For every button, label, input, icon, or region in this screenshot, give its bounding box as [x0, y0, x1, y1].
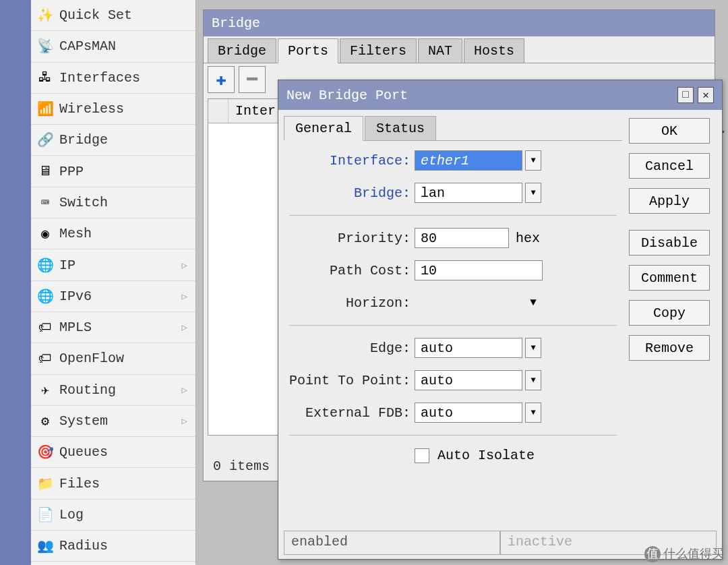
- sidebar-item-label: Queues: [59, 444, 195, 460]
- list-col-blank[interactable]: [208, 99, 229, 123]
- copy-button[interactable]: Copy: [629, 300, 710, 326]
- edge-field[interactable]: [415, 338, 522, 358]
- priority-suffix: hex: [516, 231, 540, 246]
- sidebar-item-label: Routing: [59, 382, 182, 398]
- chevron-right-icon: ▷: [182, 322, 187, 333]
- maximize-button[interactable]: □: [677, 87, 694, 103]
- extfdb-field[interactable]: [415, 403, 522, 423]
- sidebar-item-quickset[interactable]: ✨Quick Set: [31, 0, 195, 31]
- dialog-title: New Bridge Port: [286, 88, 673, 103]
- cancel-button[interactable]: Cancel: [629, 153, 710, 179]
- sidebar-item-label: Switch: [59, 195, 195, 210]
- bridge-field[interactable]: [415, 183, 522, 203]
- new-bridge-port-dialog: New Bridge Port □ ✕ General Status Inter…: [278, 80, 723, 560]
- wand-icon: ✨: [35, 5, 55, 26]
- tab-general[interactable]: General: [284, 116, 363, 141]
- sidebar-item-mpls[interactable]: 🏷MPLS▷: [31, 312, 195, 343]
- pathcost-field[interactable]: [415, 260, 543, 280]
- sidebar-item-radius[interactable]: 👥Radius: [31, 531, 195, 562]
- sidebar-item-label: Bridge: [59, 132, 195, 148]
- sidebar-item-routing[interactable]: ✈Routing▷: [31, 375, 195, 406]
- window-title: Bridge: [204, 10, 715, 36]
- ok-button[interactable]: OK: [629, 118, 710, 144]
- ptp-dropdown[interactable]: ▼: [525, 370, 541, 390]
- bridge-dropdown[interactable]: ▼: [525, 183, 541, 203]
- tab-bridge[interactable]: Bridge: [208, 38, 276, 63]
- horizon-field[interactable]: [415, 293, 522, 313]
- label-ptp: Point To Point:: [286, 373, 415, 388]
- sidebar-item-bridge[interactable]: 🔗Bridge: [31, 125, 195, 156]
- ppp-icon: 🖥: [35, 161, 55, 181]
- tab-hosts[interactable]: Hosts: [464, 38, 524, 63]
- dialog-buttons: OK Cancel Apply Disable Comment Copy Rem…: [622, 114, 717, 475]
- sidebar-item-ipv6[interactable]: 🌐IPv6▷: [31, 281, 195, 312]
- sidebar-item-openflow[interactable]: 🏷OpenFlow: [31, 343, 195, 374]
- sidebar-item-label: CAPsMAN: [59, 38, 195, 54]
- sidebar-item-label: Radius: [59, 538, 195, 554]
- dialog-titlebar[interactable]: New Bridge Port □ ✕: [278, 80, 722, 110]
- users-icon: 👥: [35, 536, 55, 556]
- priority-field[interactable]: [415, 228, 509, 248]
- sidebar-item-ip[interactable]: 🌐IP▷: [31, 249, 195, 280]
- extfdb-dropdown[interactable]: ▼: [525, 403, 541, 423]
- label-edge: Edge:: [286, 340, 415, 356]
- edge-dropdown[interactable]: ▼: [525, 338, 541, 358]
- sidebar-item-label: OpenFlow: [59, 351, 195, 366]
- list-col-interface[interactable]: Inter: [229, 99, 283, 123]
- apply-button[interactable]: Apply: [629, 188, 710, 214]
- sidebar-item-wireless[interactable]: 📶Wireless: [31, 94, 195, 125]
- remove-button[interactable]: ━: [239, 66, 266, 93]
- watermark-icon: 值: [644, 546, 661, 562]
- sidebar-item-label: Files: [59, 476, 195, 492]
- close-button[interactable]: ✕: [698, 87, 714, 103]
- sidebar-item-queues[interactable]: 🎯Queues: [31, 437, 195, 468]
- folder-icon: 📁: [35, 473, 55, 494]
- sidebar-item-switch[interactable]: ⌨Switch: [31, 187, 195, 218]
- sidebar-item-label: Interfaces: [59, 70, 195, 86]
- tag-icon: 🏷: [35, 318, 55, 338]
- tab-filters[interactable]: Filters: [340, 38, 417, 63]
- add-button[interactable]: ✚: [208, 66, 235, 93]
- tab-status[interactable]: Status: [365, 116, 436, 140]
- tab-nat[interactable]: NAT: [418, 38, 462, 63]
- watermark: 值什么值得买: [644, 545, 724, 562]
- sidebar-item-label: MPLS: [59, 320, 182, 335]
- label-priority: Priority:: [286, 231, 415, 246]
- bridge-tabs: Bridge Ports Filters NAT Hosts: [204, 36, 715, 63]
- ipv6-icon: 🌐: [35, 286, 55, 306]
- ptp-field[interactable]: [415, 370, 522, 390]
- label-bridge: Bridge:: [286, 185, 415, 201]
- label-horizon: Horizon:: [286, 295, 415, 311]
- auto-isolate-label: Auto Isolate: [437, 448, 535, 463]
- comment-button[interactable]: Comment: [629, 265, 710, 291]
- sidebar-item-label: Quick Set: [59, 7, 195, 23]
- tab-ports[interactable]: Ports: [278, 38, 338, 63]
- horizon-expand[interactable]: ▼: [525, 293, 541, 313]
- separator: [289, 435, 617, 436]
- label-extfdb: External FDB:: [286, 405, 415, 421]
- wireless-icon: 📶: [35, 99, 55, 119]
- switch-icon: ⌨: [35, 192, 55, 212]
- disable-button[interactable]: Disable: [629, 230, 710, 256]
- sidebar-item-mesh[interactable]: ◉Mesh: [31, 218, 195, 249]
- separator: [289, 325, 617, 326]
- sidebar-item-interfaces[interactable]: 🖧Interfaces: [31, 63, 195, 94]
- bridge-icon: 🔗: [35, 130, 55, 150]
- separator: [289, 215, 617, 216]
- sidebar-item-log[interactable]: 📄Log: [31, 500, 195, 531]
- sidebar-item-system[interactable]: ⚙System▷: [31, 406, 195, 437]
- label-interface: Interface:: [286, 153, 415, 169]
- interface-field[interactable]: [415, 150, 522, 171]
- sidebar-item-capsman[interactable]: 📡CAPsMAN: [31, 31, 195, 62]
- remove-button[interactable]: Remove: [629, 335, 710, 361]
- card-icon: 🖧: [35, 67, 55, 88]
- sidebar-item-label: Wireless: [59, 101, 195, 117]
- ip-icon: 🌐: [35, 255, 55, 275]
- antenna-icon: 📡: [35, 36, 55, 57]
- dialog-tabs: General Status: [284, 114, 622, 141]
- auto-isolate-checkbox[interactable]: [415, 448, 429, 463]
- interface-dropdown[interactable]: ▼: [525, 150, 541, 171]
- sidebar-item-files[interactable]: 📁Files: [31, 468, 195, 499]
- sidebar-item-ppp[interactable]: 🖥PPP: [31, 156, 195, 187]
- sidebar-item-label: Mesh: [59, 226, 195, 241]
